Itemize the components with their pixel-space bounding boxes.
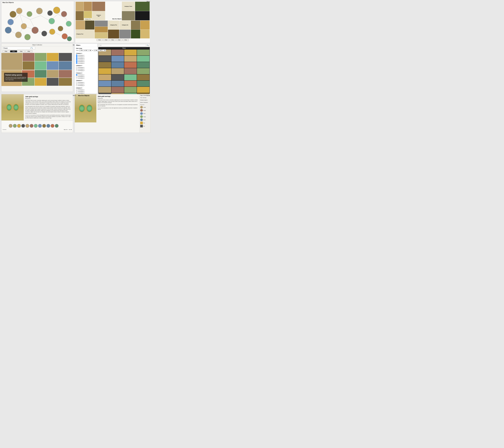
filter-btn-4[interactable]: Filter — [116, 39, 122, 41]
grid-cell[interactable] — [137, 50, 149, 56]
grid-cell[interactable] — [111, 87, 124, 93]
network-node[interactable] — [21, 23, 27, 29]
grid-cell[interactable] — [99, 87, 111, 93]
timeline-node[interactable] — [55, 124, 58, 128]
grid-cell[interactable] — [137, 87, 149, 93]
network-node[interactable] — [62, 33, 68, 39]
pc-thumb-img[interactable] — [140, 106, 143, 109]
grid-cell[interactable] — [111, 56, 124, 62]
coll-filter-1[interactable]: Filter — [2, 50, 10, 52]
from-y-select[interactable]: Y — [88, 49, 91, 51]
cat-filter-checkbox-4-1[interactable] — [76, 82, 77, 83]
pc-nav-collection[interactable]: Entire Collection — [139, 101, 150, 104]
grid-search-icon[interactable]: 🔍 — [147, 44, 149, 46]
network-node[interactable] — [7, 19, 14, 25]
grid-cell[interactable] — [111, 68, 124, 74]
timeline-next[interactable]: later ▶ — [69, 129, 72, 130]
pc-thumb-img[interactable] — [140, 125, 143, 127]
grid-search-input[interactable] — [99, 44, 146, 46]
network-node[interactable] — [5, 27, 12, 34]
network-node[interactable] — [36, 8, 43, 14]
cat-filter-checkbox-5-1[interactable] — [76, 89, 77, 90]
timeline-node[interactable] — [30, 124, 33, 128]
grid-cell[interactable] — [124, 62, 137, 68]
from-m-select[interactable]: M — [83, 49, 87, 51]
grid-cell[interactable] — [137, 81, 149, 86]
filter-btn-3[interactable]: Filter — [110, 39, 116, 41]
network-node[interactable] — [27, 11, 32, 17]
cat-filter-checkbox-1-3[interactable] — [76, 58, 77, 59]
cat-filter-checkbox-1-1[interactable] — [76, 55, 77, 56]
grid-cell[interactable] — [99, 62, 111, 68]
pc-thumb-img[interactable] — [140, 109, 143, 112]
cat-filter-checkbox-5-2[interactable] — [76, 91, 77, 92]
cat-filter-checkbox-3-2[interactable] — [76, 76, 77, 77]
network-node[interactable] — [66, 21, 72, 27]
timeline-node[interactable] — [26, 124, 29, 128]
menu-btn-top-right[interactable]: Menu — [147, 1, 150, 2]
pc-thumb-img[interactable] — [140, 112, 143, 115]
search-input[interactable] — [3, 47, 30, 49]
timeline-node[interactable] — [9, 124, 12, 128]
network-node[interactable] — [41, 31, 47, 37]
timeline-node[interactable] — [42, 124, 46, 128]
network-node[interactable] — [24, 34, 31, 40]
pc-nav-related[interactable]: Related objects — [139, 99, 150, 101]
timeline-node[interactable] — [51, 124, 54, 128]
cat-filter-checkbox-1-4[interactable] — [76, 59, 77, 60]
to-m-select[interactable]: M — [98, 49, 102, 51]
cat-filter-checkbox-1-6[interactable] — [76, 62, 77, 64]
grid-cell[interactable] — [137, 75, 149, 80]
network-node[interactable] — [32, 27, 39, 34]
grid-cell[interactable] — [111, 50, 124, 56]
pc-thumb-img[interactable] — [140, 122, 143, 124]
grid-cell[interactable] — [99, 56, 111, 62]
grid-cell[interactable] — [111, 81, 124, 86]
menu-btn-bot-right[interactable]: Menu — [147, 95, 150, 96]
pc-thumb-img[interactable] — [140, 118, 143, 121]
filter-btn-5[interactable]: Filter — [123, 39, 129, 41]
grid-cell[interactable] — [124, 56, 137, 62]
pc-thumb-img[interactable] — [140, 115, 143, 118]
timeline-node[interactable] — [46, 124, 50, 128]
search-icon[interactable]: 🔍 — [31, 47, 33, 49]
network-node[interactable] — [47, 10, 53, 16]
cat-filter-checkbox-1-5[interactable] — [76, 61, 77, 62]
network-node[interactable] — [61, 11, 67, 17]
network-node[interactable] — [67, 36, 72, 41]
timeline-node[interactable] — [38, 124, 42, 128]
cat-filter-checkbox-3-1[interactable] — [76, 74, 77, 76]
network-node[interactable] — [16, 8, 22, 14]
grid-cell[interactable] — [99, 68, 111, 74]
network-node[interactable] — [58, 26, 63, 31]
grid-cell[interactable] — [111, 62, 124, 68]
grid-cell[interactable] — [137, 56, 149, 62]
to-y-select[interactable]: Y — [102, 49, 106, 51]
cat-filter-checkbox-2-3[interactable] — [76, 70, 77, 71]
grid-cell[interactable] — [124, 87, 137, 93]
grid-cell[interactable] — [99, 81, 111, 86]
cat-filter-checkbox-5-3[interactable] — [76, 92, 77, 94]
grid-cell[interactable] — [124, 75, 137, 80]
timeline-node[interactable] — [17, 124, 21, 128]
network-node[interactable] — [15, 32, 22, 38]
timeline-node[interactable] — [21, 124, 25, 128]
menu-btn-bot-left[interactable]: Menu — [73, 95, 76, 96]
grid-cell[interactable] — [137, 62, 149, 68]
network-node[interactable] — [53, 7, 60, 14]
coll-filter-3[interactable]: Filter — [18, 50, 25, 52]
grid-cell[interactable] — [124, 50, 137, 56]
grid-cell[interactable] — [124, 68, 137, 74]
grid-cell[interactable] — [99, 75, 111, 80]
timeline-prev[interactable]: ◀ earlier — [64, 129, 68, 130]
cat-filter-checkbox-2-1[interactable] — [76, 67, 77, 68]
network-node[interactable] — [49, 18, 55, 24]
timeline-node[interactable] — [34, 124, 37, 128]
cat-filter-checkbox-3-3[interactable] — [76, 77, 77, 79]
coll-filter-4[interactable]: Filter — [25, 50, 32, 52]
cat-filter-checkbox-1-2[interactable] — [76, 56, 77, 58]
grid-cell[interactable] — [137, 68, 149, 74]
grid-cell[interactable] — [124, 81, 137, 86]
filter-btn-2[interactable]: Filter — [103, 39, 109, 41]
network-node[interactable] — [49, 29, 55, 35]
